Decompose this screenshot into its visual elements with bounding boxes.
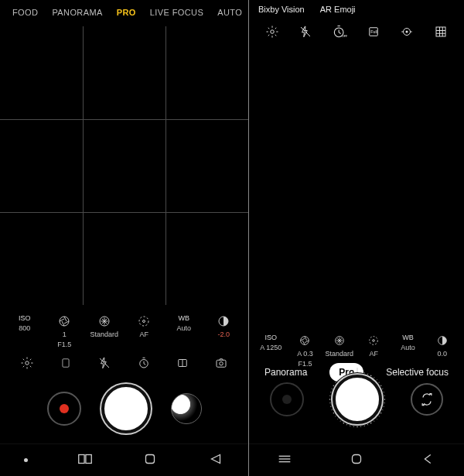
svg-line-41 [375,380,377,382]
svg-rect-15 [146,454,155,463]
ar-emoji-link[interactable]: AR Emoji [320,5,356,14]
aperture-icon [57,314,71,328]
capture-mode-icon[interactable] [213,354,230,372]
pro-wb[interactable]: WB Auto [165,314,203,332]
svg-point-0 [60,317,69,326]
switch-camera-button[interactable] [411,383,443,416]
svg-line-50 [380,409,383,410]
svg-line-81 [350,372,351,375]
focus-icon [367,334,380,348]
svg-text:Full: Full [370,29,377,34]
svg-rect-6 [63,359,69,368]
pro-filter[interactable]: Standard [322,334,357,358]
svg-line-37 [364,372,365,375]
metering-icon[interactable] [398,23,415,40]
gallery-thumbnail[interactable] [171,393,202,424]
grid-icon[interactable] [432,23,449,40]
svg-line-68 [332,409,334,410]
nav-indicator-dot [24,458,28,462]
svg-line-78 [340,377,342,378]
settings-icon[interactable] [19,354,36,372]
svg-line-73 [330,392,333,393]
recents-button[interactable] [276,454,293,467]
svg-line-64 [340,419,342,421]
svg-line-40 [373,377,374,378]
svg-line-66 [335,415,336,416]
full-icon[interactable]: Full [365,23,382,40]
svg-line-53 [375,417,377,419]
pro-focus[interactable]: AF [357,334,391,358]
grid-line [0,212,248,213]
svg-point-32 [373,340,375,342]
svg-line-56 [367,423,368,425]
phone-orientation-icon[interactable] [57,354,74,372]
pro-ev[interactable]: -2.0 [205,314,242,338]
ev-icon [217,314,230,328]
mode-pro[interactable]: PRO [117,8,136,17]
grid-line [83,26,84,305]
svg-line-52 [377,415,379,416]
mode-food[interactable]: FOOD [12,8,38,17]
svg-point-3 [143,320,145,323]
svg-line-49 [382,406,384,407]
svg-point-12 [220,362,223,366]
phone-right: Bixby Vision AR Emoji OFF Full ISO A 125… [249,0,464,476]
shutter-dial[interactable] [324,366,391,433]
focus-icon [137,314,151,328]
svg-line-44 [380,389,383,389]
grid-line [165,26,166,305]
camera-mode-strip[interactable]: FOOD PANORAMA PRO LIVE FOCUS AUTO SU [0,3,248,22]
nav-bar [249,443,464,476]
asterisk-icon [333,334,346,348]
aspect-icon[interactable] [174,354,191,372]
back-button[interactable] [420,453,437,468]
pro-filter[interactable]: Standard [86,314,123,338]
svg-line-80 [346,374,347,376]
settings-icon[interactable] [264,23,281,40]
pro-wb[interactable]: WB Auto [391,334,425,351]
svg-line-61 [350,424,351,426]
timer-icon[interactable] [135,354,152,372]
svg-line-74 [332,389,334,389]
mode-livefocus[interactable]: LIVE FOCUS [150,8,203,17]
svg-rect-86 [352,454,360,463]
svg-point-29 [301,337,309,345]
mode-auto[interactable]: AUTO [217,8,242,17]
timer-off-icon[interactable]: OFF [331,23,348,40]
pro-ev[interactable]: 0.0 [425,334,459,358]
home-button[interactable] [142,453,159,468]
svg-point-5 [26,361,29,365]
recents-button[interactable] [77,453,94,468]
ev-icon [435,334,449,348]
svg-rect-24 [436,27,445,36]
flash-off-icon[interactable] [297,23,314,40]
flash-off-icon[interactable] [96,354,113,372]
mode-panorama[interactable]: PANORAMA [52,8,102,17]
svg-rect-11 [217,360,226,367]
shutter-row [249,366,464,433]
bixby-vision-link[interactable]: Bixby Vision [258,5,305,14]
svg-line-45 [382,392,384,393]
shutter-button[interactable] [333,375,382,424]
pro-controls-row: ISO 800 1 F1.5 Standard AF WB Auto [0,314,248,348]
svg-point-2 [139,317,148,326]
viewfinder[interactable] [0,26,248,305]
home-button[interactable] [348,453,365,468]
pro-aperture[interactable]: 1 F1.5 [46,314,83,348]
pro-focus[interactable]: AF [125,314,162,338]
svg-line-76 [335,382,336,384]
svg-line-57 [364,424,365,426]
record-button[interactable] [270,382,304,416]
pro-iso[interactable]: ISO 800 [6,314,43,332]
shutter-button[interactable] [101,384,151,433]
svg-line-77 [338,380,339,382]
top-features: Bixby Vision AR Emoji [249,2,464,17]
svg-text:OFF: OFF [342,34,348,38]
svg-rect-13 [79,454,84,463]
pro-iso[interactable]: ISO A 1250 [254,334,288,351]
svg-point-31 [370,337,378,345]
shutter-row [0,384,248,433]
top-tool-strip: OFF Full [249,23,464,40]
record-button[interactable] [47,392,81,426]
back-button[interactable] [207,453,224,468]
